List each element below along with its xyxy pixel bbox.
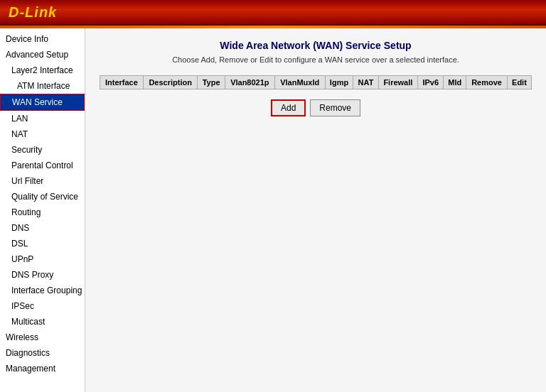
col-header-vlanmuxid: VlanMuxId (274, 76, 325, 89)
col-header-vlan8021p: Vlan8021p (225, 76, 274, 89)
col-header-interface: Interface (100, 76, 144, 89)
sidebar-item-ipsec[interactable]: IPSec (0, 298, 85, 314)
sidebar-item-multicast[interactable]: Multicast (0, 314, 85, 330)
sidebar-item-atm-interface[interactable]: ATM Interface (0, 78, 85, 94)
main-content: Wide Area Network (WAN) Service Setup Ch… (85, 28, 546, 392)
sidebar: Device InfoAdvanced SetupLayer2 Interfac… (0, 28, 85, 392)
col-header-type: Type (198, 76, 225, 89)
header: D-Link (0, 0, 546, 26)
sidebar-item-advanced-setup[interactable]: Advanced Setup (0, 47, 85, 62)
sidebar-item-wan-service[interactable]: WAN Service (0, 94, 85, 111)
sidebar-item-diagnostics[interactable]: Diagnostics (0, 345, 85, 361)
sidebar-item-url-filter[interactable]: Url Filter (0, 173, 85, 189)
table-header-row: InterfaceDescriptionTypeVlan8021pVlanMux… (100, 76, 532, 89)
sidebar-item-interface-grouping[interactable]: Interface Grouping (0, 283, 85, 298)
sidebar-item-quality-of-service[interactable]: Quality of Service (0, 189, 85, 205)
wan-table: InterfaceDescriptionTypeVlan8021pVlanMux… (100, 75, 532, 89)
sidebar-item-parental-control[interactable]: Parental Control (0, 158, 85, 173)
sidebar-item-device-info[interactable]: Device Info (0, 31, 85, 47)
col-header-edit: Edit (507, 76, 531, 89)
page-title: Wide Area Network (WAN) Service Setup (100, 40, 532, 51)
col-header-nat: NAT (353, 76, 378, 89)
sidebar-item-dsl[interactable]: DSL (0, 236, 85, 251)
sidebar-item-wireless[interactable]: Wireless (0, 330, 85, 345)
col-header-mld: Mld (444, 76, 466, 89)
sidebar-item-nat[interactable]: NAT (0, 126, 85, 142)
sidebar-item-upnp[interactable]: UPnP (0, 251, 85, 267)
col-header-description: Description (143, 76, 198, 89)
col-header-ipv6: IPv6 (418, 76, 444, 89)
sidebar-item-dns-proxy[interactable]: DNS Proxy (0, 267, 85, 283)
sidebar-item-routing[interactable]: Routing (0, 205, 85, 220)
layout: Device InfoAdvanced SetupLayer2 Interfac… (0, 28, 546, 392)
sidebar-item-lan[interactable]: LAN (0, 111, 85, 126)
sidebar-item-management[interactable]: Management (0, 361, 85, 376)
col-header-firewall: Firewall (378, 76, 418, 89)
logo-text: D-Link (9, 4, 57, 20)
remove-button[interactable]: Remove (310, 99, 360, 116)
add-button[interactable]: Add (271, 99, 306, 116)
col-header-remove: Remove (466, 76, 508, 89)
page-description: Choose Add, Remove or Edit to configure … (100, 55, 532, 64)
logo: D-Link (9, 4, 57, 21)
sidebar-item-layer2-interface[interactable]: Layer2 Interface (0, 62, 85, 78)
col-header-igmp: Igmp (325, 76, 353, 89)
sidebar-item-security[interactable]: Security (0, 142, 85, 158)
button-row: Add Remove (100, 99, 532, 116)
sidebar-item-dns[interactable]: DNS (0, 220, 85, 236)
